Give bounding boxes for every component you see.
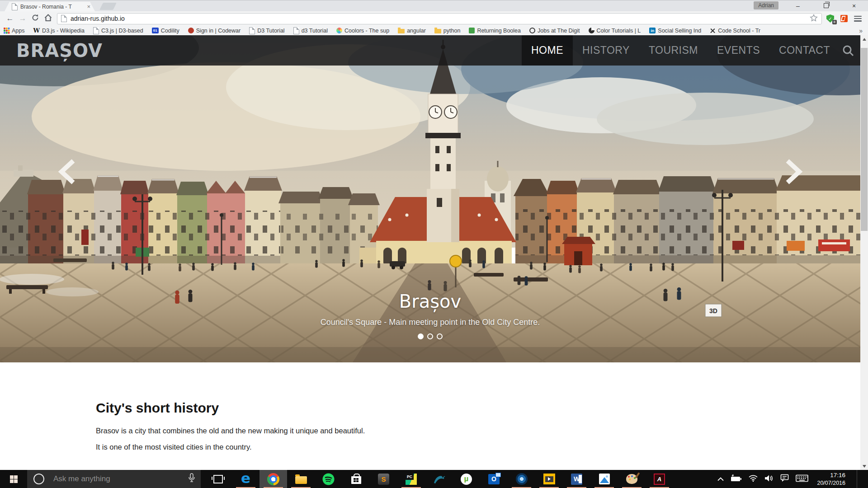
shield-extension-icon[interactable]: ✓ 8 xyxy=(826,14,834,23)
start-button[interactable] xyxy=(0,470,27,488)
menu-icon[interactable] xyxy=(854,16,862,22)
tab-close-icon[interactable]: × xyxy=(87,3,90,10)
back-icon[interactable]: ← xyxy=(4,14,16,23)
bookmark-codility[interactable]: 01Codility xyxy=(152,28,179,34)
chrome-icon xyxy=(267,473,279,485)
cortana-search[interactable] xyxy=(27,470,201,488)
store-icon xyxy=(351,476,361,484)
ring-icon xyxy=(529,28,535,33)
office-extension-icon[interactable] xyxy=(840,15,848,22)
taskbar-edge[interactable]: e xyxy=(232,470,259,488)
taskbar-spotify[interactable] xyxy=(315,470,342,488)
taskbar-sublime[interactable]: S xyxy=(370,470,397,488)
bookmark-folder-python[interactable]: python xyxy=(434,28,461,34)
edge-icon: e xyxy=(241,471,250,485)
address-bar[interactable]: adrian-rus.github.io xyxy=(57,13,822,24)
menu-item-events[interactable]: EVENTS xyxy=(708,35,769,66)
bookmark-codewars[interactable]: Sign in | Codewar xyxy=(188,28,241,34)
url-text[interactable]: adrian-rus.github.io xyxy=(71,15,810,22)
bookmark-c3js[interactable]: C3.js | D3-based xyxy=(93,27,143,34)
battery-icon[interactable] xyxy=(731,474,742,484)
browser-tab[interactable]: Brasov - Romania - T × xyxy=(5,2,95,11)
speaker-icon[interactable] xyxy=(764,474,774,484)
forward-icon[interactable]: → xyxy=(16,14,29,23)
taskbar-utorrent[interactable]: µ xyxy=(453,470,480,488)
bookmark-d3-tutorial[interactable]: D3 Tutorial xyxy=(249,27,284,34)
codewars-icon xyxy=(188,28,194,33)
taskbar-chrome[interactable] xyxy=(259,470,287,488)
refresh-icon[interactable] xyxy=(29,14,42,23)
touch-keyboard-icon[interactable] xyxy=(796,474,808,484)
task-view-icon xyxy=(213,475,223,483)
taskbar-word[interactable]: W xyxy=(563,470,590,488)
wifi-icon[interactable] xyxy=(749,474,758,483)
taskbar-search-input[interactable] xyxy=(52,474,163,484)
bookmarks-overflow-icon[interactable]: » xyxy=(859,27,864,34)
bookmark-code-school[interactable]: Code School - Tr xyxy=(710,28,760,34)
menu-item-tourism[interactable]: TOURISM xyxy=(639,35,708,66)
scrollbar-down-icon[interactable] xyxy=(860,462,868,470)
close-button[interactable]: × xyxy=(840,0,868,11)
profile-badge[interactable]: Adrian xyxy=(754,1,778,9)
minimize-button[interactable]: – xyxy=(784,0,812,11)
bookmark-returning-boolean[interactable]: Returning Boolea xyxy=(469,28,521,34)
bookmark-apps[interactable]: Apps xyxy=(4,28,25,34)
scrollbar[interactable] xyxy=(860,35,868,470)
tray-chevron-up-icon[interactable] xyxy=(717,475,724,483)
hero-carousel: 3D xyxy=(0,35,860,362)
menu-item-contact[interactable]: CONTACT xyxy=(769,35,840,66)
restore-button[interactable] xyxy=(812,0,840,11)
taskbar-file-explorer[interactable] xyxy=(287,470,315,488)
section-heading: City's short history xyxy=(96,400,860,416)
new-tab-button[interactable] xyxy=(99,3,117,10)
bookmark-d3-tutorial-2[interactable]: d3 Tutorial xyxy=(293,27,328,34)
carousel-dot-1[interactable] xyxy=(418,333,424,339)
clock-time: 17:16 xyxy=(817,471,845,479)
system-tray: 17:16 20/07/2016 xyxy=(717,470,868,488)
screen: Brasov - Romania - T × Adrian – × ← → ad xyxy=(0,0,868,488)
menu-item-history[interactable]: HISTORY xyxy=(573,35,639,66)
taskbar-photos[interactable] xyxy=(590,470,618,488)
browser-chrome: Brasov - Romania - T × Adrian – × ← → ad xyxy=(0,0,868,35)
action-center-icon[interactable] xyxy=(780,474,789,484)
carousel-prev-icon[interactable] xyxy=(57,158,78,185)
photos-icon xyxy=(599,474,610,484)
bookmark-color-tutorials[interactable]: Color Tutorials | L xyxy=(589,28,641,34)
scrollbar-thumb[interactable] xyxy=(861,48,868,231)
taskbar-media-player[interactable] xyxy=(508,470,535,488)
site-header: BRAȘOV HOME HISTORY TOURISM EVENTS CONTA… xyxy=(0,35,860,66)
site-search-icon[interactable] xyxy=(840,35,860,66)
home-icon[interactable] xyxy=(42,14,54,23)
taskbar-mysql-workbench[interactable] xyxy=(425,470,453,488)
taskbar-outlook[interactable]: O xyxy=(480,470,508,488)
bookmark-star-icon[interactable] xyxy=(810,14,818,23)
taskbar-pycharm[interactable]: PC xyxy=(397,470,425,488)
menu-item-home[interactable]: HOME xyxy=(522,35,573,66)
taskbar-clock[interactable]: 17:16 20/07/2016 xyxy=(817,471,845,487)
word-icon: W xyxy=(571,474,582,485)
carousel-indicators xyxy=(0,333,860,339)
taskbar-paint[interactable] xyxy=(618,470,646,488)
taskbar-task-view[interactable] xyxy=(204,470,232,488)
page-icon xyxy=(93,27,99,34)
bookmark-coolors[interactable]: Coolors - The sup xyxy=(336,28,389,34)
carousel-dot-2[interactable] xyxy=(427,333,433,339)
taskbar-store[interactable] xyxy=(342,470,370,488)
site-logo[interactable]: BRAȘOV xyxy=(16,40,103,61)
spotify-icon xyxy=(322,473,335,485)
microphone-icon[interactable] xyxy=(188,473,195,485)
scrollbar-up-icon[interactable] xyxy=(860,35,868,43)
extension-area: ✓ 8 xyxy=(826,14,864,23)
bookmark-jobs[interactable]: Jobs at The Digit xyxy=(529,28,580,34)
bookmark-social-selling[interactable]: inSocial Selling Ind xyxy=(649,28,701,34)
show-desktop-button[interactable] xyxy=(864,470,866,488)
bookmark-d3js-wikipedia[interactable]: WD3.js - Wikipedia xyxy=(33,28,85,34)
carousel-dot-3[interactable] xyxy=(437,333,443,339)
taskbar-films-tv[interactable] xyxy=(535,470,563,488)
bookmark-folder-angular[interactable]: angular xyxy=(398,28,426,34)
taskbar-acrobat[interactable]: A xyxy=(646,470,673,488)
folder-icon xyxy=(398,29,405,33)
media-player-icon xyxy=(516,473,528,485)
carousel-next-icon[interactable] xyxy=(783,158,804,185)
hero-image: 3D xyxy=(0,35,860,362)
